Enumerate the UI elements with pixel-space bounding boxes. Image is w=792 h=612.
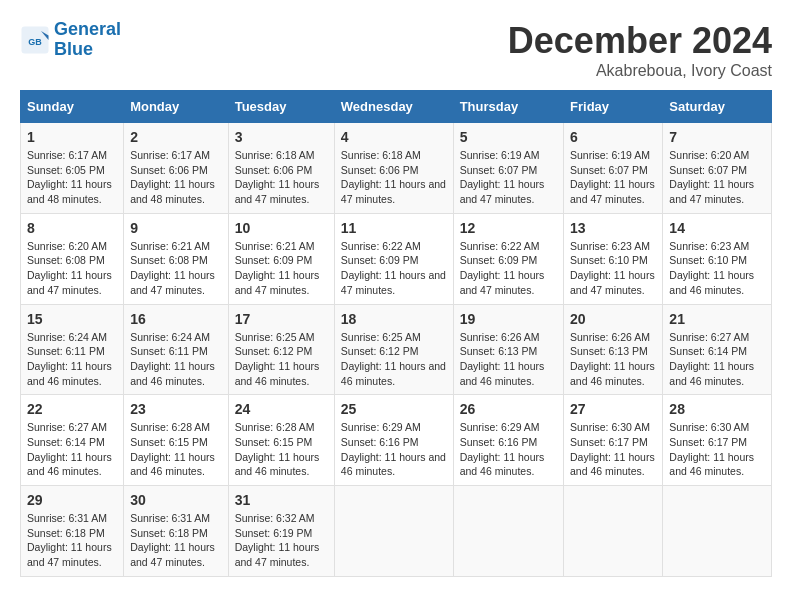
day-info: Sunrise: 6:24 AM Sunset: 6:11 PM Dayligh… [27,330,117,389]
day-info: Sunrise: 6:20 AM Sunset: 6:07 PM Dayligh… [669,148,765,207]
day-number: 1 [27,129,117,145]
header-row: SundayMondayTuesdayWednesdayThursdayFrid… [21,91,772,123]
day-number: 17 [235,311,328,327]
calendar-cell: 18 Sunrise: 6:25 AM Sunset: 6:12 PM Dayl… [334,304,453,395]
week-row-1: 1 Sunrise: 6:17 AM Sunset: 6:05 PM Dayli… [21,123,772,214]
day-number: 13 [570,220,656,236]
week-row-4: 22 Sunrise: 6:27 AM Sunset: 6:14 PM Dayl… [21,395,772,486]
day-number: 29 [27,492,117,508]
week-row-3: 15 Sunrise: 6:24 AM Sunset: 6:11 PM Dayl… [21,304,772,395]
calendar-cell: 11 Sunrise: 6:22 AM Sunset: 6:09 PM Dayl… [334,213,453,304]
day-info: Sunrise: 6:19 AM Sunset: 6:07 PM Dayligh… [570,148,656,207]
day-number: 25 [341,401,447,417]
day-info: Sunrise: 6:31 AM Sunset: 6:18 PM Dayligh… [130,511,222,570]
day-info: Sunrise: 6:25 AM Sunset: 6:12 PM Dayligh… [341,330,447,389]
day-info: Sunrise: 6:30 AM Sunset: 6:17 PM Dayligh… [669,420,765,479]
calendar-cell [453,486,563,577]
day-info: Sunrise: 6:26 AM Sunset: 6:13 PM Dayligh… [570,330,656,389]
day-number: 4 [341,129,447,145]
day-info: Sunrise: 6:32 AM Sunset: 6:19 PM Dayligh… [235,511,328,570]
day-number: 3 [235,129,328,145]
day-number: 15 [27,311,117,327]
day-info: Sunrise: 6:21 AM Sunset: 6:08 PM Dayligh… [130,239,222,298]
day-info: Sunrise: 6:24 AM Sunset: 6:11 PM Dayligh… [130,330,222,389]
day-info: Sunrise: 6:31 AM Sunset: 6:18 PM Dayligh… [27,511,117,570]
day-info: Sunrise: 6:23 AM Sunset: 6:10 PM Dayligh… [669,239,765,298]
day-info: Sunrise: 6:18 AM Sunset: 6:06 PM Dayligh… [341,148,447,207]
day-number: 27 [570,401,656,417]
day-number: 30 [130,492,222,508]
day-number: 22 [27,401,117,417]
calendar-cell: 12 Sunrise: 6:22 AM Sunset: 6:09 PM Dayl… [453,213,563,304]
day-info: Sunrise: 6:26 AM Sunset: 6:13 PM Dayligh… [460,330,557,389]
month-title: December 2024 [508,20,772,62]
calendar-cell: 14 Sunrise: 6:23 AM Sunset: 6:10 PM Dayl… [663,213,772,304]
calendar-cell: 19 Sunrise: 6:26 AM Sunset: 6:13 PM Dayl… [453,304,563,395]
day-number: 6 [570,129,656,145]
day-info: Sunrise: 6:29 AM Sunset: 6:16 PM Dayligh… [341,420,447,479]
svg-text:GB: GB [28,36,42,46]
calendar-cell: 3 Sunrise: 6:18 AM Sunset: 6:06 PM Dayli… [228,123,334,214]
page-header: GB General Blue December 2024 Akabreboua… [20,20,772,80]
calendar-cell: 28 Sunrise: 6:30 AM Sunset: 6:17 PM Dayl… [663,395,772,486]
calendar-cell: 13 Sunrise: 6:23 AM Sunset: 6:10 PM Dayl… [564,213,663,304]
header-wednesday: Wednesday [334,91,453,123]
day-info: Sunrise: 6:19 AM Sunset: 6:07 PM Dayligh… [460,148,557,207]
calendar-cell: 2 Sunrise: 6:17 AM Sunset: 6:06 PM Dayli… [124,123,229,214]
calendar-cell [334,486,453,577]
header-tuesday: Tuesday [228,91,334,123]
day-info: Sunrise: 6:21 AM Sunset: 6:09 PM Dayligh… [235,239,328,298]
calendar-cell: 15 Sunrise: 6:24 AM Sunset: 6:11 PM Dayl… [21,304,124,395]
day-number: 11 [341,220,447,236]
day-number: 14 [669,220,765,236]
calendar-cell: 17 Sunrise: 6:25 AM Sunset: 6:12 PM Dayl… [228,304,334,395]
day-info: Sunrise: 6:25 AM Sunset: 6:12 PM Dayligh… [235,330,328,389]
week-row-2: 8 Sunrise: 6:20 AM Sunset: 6:08 PM Dayli… [21,213,772,304]
calendar-cell: 27 Sunrise: 6:30 AM Sunset: 6:17 PM Dayl… [564,395,663,486]
calendar-cell: 26 Sunrise: 6:29 AM Sunset: 6:16 PM Dayl… [453,395,563,486]
day-number: 21 [669,311,765,327]
logo-icon: GB [20,25,50,55]
day-number: 12 [460,220,557,236]
day-info: Sunrise: 6:18 AM Sunset: 6:06 PM Dayligh… [235,148,328,207]
calendar-cell: 31 Sunrise: 6:32 AM Sunset: 6:19 PM Dayl… [228,486,334,577]
logo: GB General Blue [20,20,121,60]
day-info: Sunrise: 6:28 AM Sunset: 6:15 PM Dayligh… [130,420,222,479]
day-number: 7 [669,129,765,145]
day-number: 31 [235,492,328,508]
calendar-cell: 29 Sunrise: 6:31 AM Sunset: 6:18 PM Dayl… [21,486,124,577]
day-info: Sunrise: 6:17 AM Sunset: 6:06 PM Dayligh… [130,148,222,207]
logo-text: General Blue [54,20,121,60]
day-info: Sunrise: 6:27 AM Sunset: 6:14 PM Dayligh… [669,330,765,389]
header-monday: Monday [124,91,229,123]
day-number: 9 [130,220,222,236]
day-number: 24 [235,401,328,417]
day-number: 19 [460,311,557,327]
calendar-cell [564,486,663,577]
calendar-cell [663,486,772,577]
day-number: 18 [341,311,447,327]
day-info: Sunrise: 6:29 AM Sunset: 6:16 PM Dayligh… [460,420,557,479]
calendar-cell: 4 Sunrise: 6:18 AM Sunset: 6:06 PM Dayli… [334,123,453,214]
calendar-cell: 20 Sunrise: 6:26 AM Sunset: 6:13 PM Dayl… [564,304,663,395]
day-number: 23 [130,401,222,417]
calendar-cell: 1 Sunrise: 6:17 AM Sunset: 6:05 PM Dayli… [21,123,124,214]
calendar-cell: 21 Sunrise: 6:27 AM Sunset: 6:14 PM Dayl… [663,304,772,395]
calendar-cell: 16 Sunrise: 6:24 AM Sunset: 6:11 PM Dayl… [124,304,229,395]
header-friday: Friday [564,91,663,123]
day-info: Sunrise: 6:17 AM Sunset: 6:05 PM Dayligh… [27,148,117,207]
calendar-cell: 24 Sunrise: 6:28 AM Sunset: 6:15 PM Dayl… [228,395,334,486]
title-area: December 2024 Akabreboua, Ivory Coast [508,20,772,80]
calendar-cell: 7 Sunrise: 6:20 AM Sunset: 6:07 PM Dayli… [663,123,772,214]
day-info: Sunrise: 6:27 AM Sunset: 6:14 PM Dayligh… [27,420,117,479]
day-number: 20 [570,311,656,327]
calendar-table: SundayMondayTuesdayWednesdayThursdayFrid… [20,90,772,577]
day-info: Sunrise: 6:30 AM Sunset: 6:17 PM Dayligh… [570,420,656,479]
day-info: Sunrise: 6:23 AM Sunset: 6:10 PM Dayligh… [570,239,656,298]
day-info: Sunrise: 6:28 AM Sunset: 6:15 PM Dayligh… [235,420,328,479]
week-row-5: 29 Sunrise: 6:31 AM Sunset: 6:18 PM Dayl… [21,486,772,577]
day-number: 16 [130,311,222,327]
header-sunday: Sunday [21,91,124,123]
calendar-cell: 23 Sunrise: 6:28 AM Sunset: 6:15 PM Dayl… [124,395,229,486]
header-saturday: Saturday [663,91,772,123]
